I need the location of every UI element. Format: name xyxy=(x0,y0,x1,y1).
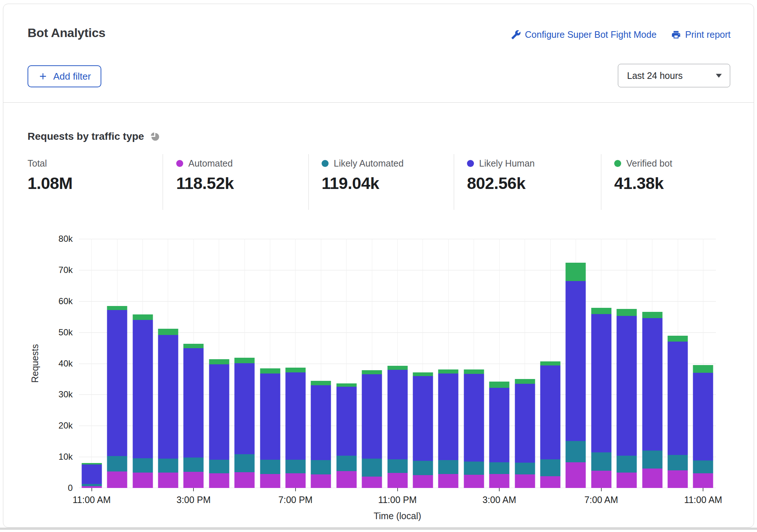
bar-segment-automated[interactable] xyxy=(158,473,178,488)
bar-segment-likely_automated[interactable] xyxy=(617,456,637,473)
bar-segment-verified_bot[interactable] xyxy=(260,368,280,374)
bar-segment-automated[interactable] xyxy=(642,469,662,488)
bar-segment-automated[interactable] xyxy=(693,473,713,488)
stacked-bar-2-00-pm[interactable] xyxy=(158,329,178,488)
stacked-bar-10-00-pm[interactable] xyxy=(362,370,382,488)
stacked-bar-1-00-pm[interactable] xyxy=(133,314,153,488)
bar-segment-likely_automated[interactable] xyxy=(285,460,305,473)
bar-segment-automated[interactable] xyxy=(184,472,204,488)
bar-segment-verified_bot[interactable] xyxy=(285,368,305,373)
bar-segment-likely_human[interactable] xyxy=(158,335,178,459)
stacked-bar-5-00-pm[interactable] xyxy=(235,358,255,488)
bar-segment-likely_human[interactable] xyxy=(413,376,433,461)
bar-segment-likely_automated[interactable] xyxy=(413,461,433,475)
stacked-bar-7-00-pm[interactable] xyxy=(285,368,305,488)
bar-segment-verified_bot[interactable] xyxy=(540,361,561,365)
stacked-bar-6-00-pm[interactable] xyxy=(260,368,280,488)
bar-segment-likely_human[interactable] xyxy=(438,374,459,460)
stacked-bar-6-00-am[interactable] xyxy=(566,263,586,488)
bar-segment-likely_automated[interactable] xyxy=(184,458,204,472)
stacked-bar-8-00-am[interactable] xyxy=(617,309,637,488)
stacked-bar-3-00-pm[interactable] xyxy=(184,344,204,488)
print-report-link[interactable]: Print report xyxy=(671,29,731,40)
bar-segment-automated[interactable] xyxy=(260,474,280,488)
bar-segment-verified_bot[interactable] xyxy=(311,381,331,385)
stacked-bar-1-00-am[interactable] xyxy=(438,369,459,488)
bar-segment-likely_automated[interactable] xyxy=(311,460,331,474)
bar-segment-verified_bot[interactable] xyxy=(184,344,204,348)
bar-segment-likely_human[interactable] xyxy=(209,364,229,460)
bar-segment-likely_human[interactable] xyxy=(107,310,127,456)
bar-segment-automated[interactable] xyxy=(133,473,153,488)
bar-segment-likely_automated[interactable] xyxy=(260,460,280,474)
bar-segment-automated[interactable] xyxy=(235,472,255,488)
bar-segment-automated[interactable] xyxy=(285,473,305,488)
bar-segment-verified_bot[interactable] xyxy=(235,358,255,363)
bar-segment-verified_bot[interactable] xyxy=(413,372,433,376)
bar-segment-likely_human[interactable] xyxy=(668,342,688,455)
bar-segment-likely_human[interactable] xyxy=(387,370,408,459)
bar-segment-likely_human[interactable] xyxy=(285,372,305,460)
bar-segment-likely_automated[interactable] xyxy=(235,454,255,472)
bar-segment-likely_human[interactable] xyxy=(515,384,535,463)
bar-segment-likely_automated[interactable] xyxy=(693,460,713,473)
bar-segment-likely_automated[interactable] xyxy=(668,455,688,470)
bar-segment-automated[interactable] xyxy=(362,477,382,488)
bar-segment-likely_human[interactable] xyxy=(566,281,586,441)
bar-segment-verified_bot[interactable] xyxy=(438,369,459,374)
bar-segment-automated[interactable] xyxy=(438,474,459,488)
bar-segment-automated[interactable] xyxy=(540,476,561,488)
stacked-bar-12-00-am[interactable] xyxy=(413,372,433,488)
stacked-bar-8-00-pm[interactable] xyxy=(311,381,331,488)
stacked-bar-12-00-pm[interactable] xyxy=(107,306,127,488)
bar-segment-likely_automated[interactable] xyxy=(642,451,662,469)
bar-segment-likely_automated[interactable] xyxy=(209,460,229,473)
bar-segment-verified_bot[interactable] xyxy=(209,359,229,364)
stacked-bar-11-00-am[interactable] xyxy=(82,463,102,488)
bar-segment-automated[interactable] xyxy=(489,474,510,488)
bar-segment-verified_bot[interactable] xyxy=(591,308,611,314)
bar-segment-likely_automated[interactable] xyxy=(464,462,484,475)
bar-segment-automated[interactable] xyxy=(311,474,331,488)
bar-segment-likely_human[interactable] xyxy=(693,373,713,460)
bar-segment-likely_automated[interactable] xyxy=(158,459,178,473)
bar-segment-likely_human[interactable] xyxy=(260,374,280,460)
bar-segment-likely_human[interactable] xyxy=(336,387,356,456)
bar-segment-likely_human[interactable] xyxy=(311,385,331,460)
bar-segment-automated[interactable] xyxy=(464,475,484,488)
bar-segment-verified_bot[interactable] xyxy=(158,329,178,335)
bar-segment-likely_human[interactable] xyxy=(362,374,382,459)
stacked-bar-10-00-am[interactable] xyxy=(668,336,688,488)
bar-segment-likely_human[interactable] xyxy=(82,464,102,484)
bar-segment-verified_bot[interactable] xyxy=(642,312,662,318)
stacked-bar-2-00-am[interactable] xyxy=(464,369,484,488)
configure-super-bot-fight-mode-link[interactable]: Configure Super Bot Fight Mode xyxy=(511,29,657,40)
bar-segment-likely_automated[interactable] xyxy=(591,452,611,471)
bar-segment-verified_bot[interactable] xyxy=(133,314,153,320)
bar-segment-automated[interactable] xyxy=(515,474,535,488)
bar-segment-likely_human[interactable] xyxy=(591,314,611,453)
bar-segment-automated[interactable] xyxy=(209,473,229,488)
bar-segment-automated[interactable] xyxy=(591,471,611,488)
stacked-bar-7-00-am[interactable] xyxy=(591,308,611,488)
bar-segment-verified_bot[interactable] xyxy=(387,366,408,370)
bar-segment-likely_human[interactable] xyxy=(184,348,204,458)
bar-segment-automated[interactable] xyxy=(413,475,433,488)
bar-segment-verified_bot[interactable] xyxy=(515,379,535,384)
bar-segment-verified_bot[interactable] xyxy=(336,383,356,387)
bar-segment-automated[interactable] xyxy=(336,471,356,488)
bar-segment-automated[interactable] xyxy=(107,471,127,488)
bar-segment-likely_human[interactable] xyxy=(464,374,484,462)
stacked-bar-11-00-am[interactable] xyxy=(693,365,713,488)
stacked-bar-11-00-pm[interactable] xyxy=(387,366,408,488)
bar-segment-verified_bot[interactable] xyxy=(489,382,510,388)
bar-segment-verified_bot[interactable] xyxy=(107,306,127,310)
bar-segment-likely_automated[interactable] xyxy=(515,463,535,474)
bar-segment-likely_automated[interactable] xyxy=(362,459,382,477)
bar-segment-likely_human[interactable] xyxy=(540,365,561,459)
bar-segment-likely_human[interactable] xyxy=(235,363,255,455)
bar-segment-likely_automated[interactable] xyxy=(387,459,408,473)
bar-segment-likely_human[interactable] xyxy=(617,316,637,456)
bar-segment-automated[interactable] xyxy=(617,473,637,488)
bar-segment-likely_automated[interactable] xyxy=(540,459,561,476)
